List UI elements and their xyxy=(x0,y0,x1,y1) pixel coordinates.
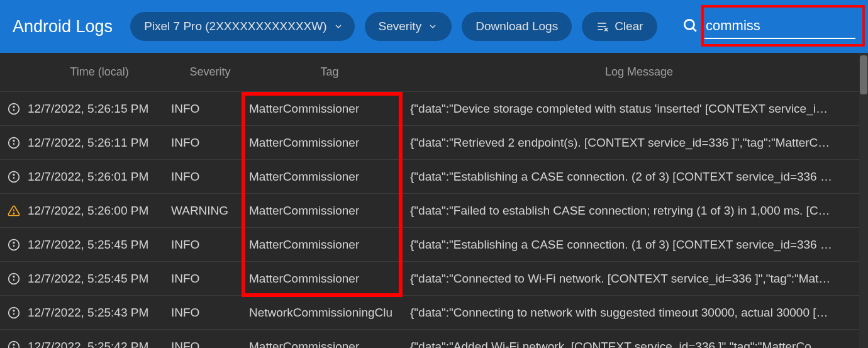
info-icon xyxy=(0,272,28,285)
cell-severity: INFO xyxy=(171,340,249,349)
warning-icon xyxy=(0,205,28,217)
cell-tag: MatterCommissioner xyxy=(249,238,410,252)
svg-point-23 xyxy=(13,276,14,277)
svg-point-17 xyxy=(13,213,14,214)
cell-severity: WARNING xyxy=(171,204,249,218)
col-header-time[interactable]: Time (local) xyxy=(28,65,171,79)
chevron-down-icon xyxy=(428,21,438,31)
col-header-tag[interactable]: Tag xyxy=(249,65,410,79)
table-row[interactable]: 12/7/2022, 5:26:00 PM WARNING MatterComm… xyxy=(0,194,868,228)
svg-point-5 xyxy=(684,20,694,29)
svg-point-9 xyxy=(13,106,14,107)
cell-tag: MatterCommissioner xyxy=(249,102,410,116)
table-header: Time (local) Severity Tag Log Message xyxy=(0,53,868,92)
cell-time: 12/7/2022, 5:25:43 PM xyxy=(28,306,171,320)
info-icon xyxy=(0,103,28,115)
cell-severity: INFO xyxy=(171,170,249,184)
cell-time: 12/7/2022, 5:26:15 PM xyxy=(28,102,171,116)
cell-time: 12/7/2022, 5:26:01 PM xyxy=(28,170,171,184)
info-icon xyxy=(0,137,28,149)
col-header-message[interactable]: Log Message xyxy=(410,65,868,79)
cell-time: 12/7/2022, 5:25:42 PM xyxy=(28,340,171,349)
cell-tag: NetworkCommissioningClu xyxy=(249,306,410,320)
cell-severity: INFO xyxy=(171,136,249,150)
vertical-scrollbar[interactable] xyxy=(859,53,868,348)
cell-tag: MatterCommissioner xyxy=(249,136,410,150)
page-title: Android Logs xyxy=(13,17,113,36)
table-row[interactable]: 12/7/2022, 5:26:15 PM INFO MatterCommiss… xyxy=(0,92,868,126)
cell-message: {"data":"Device storage completed with s… xyxy=(410,102,868,116)
cell-severity: INFO xyxy=(171,272,249,286)
table-row[interactable]: 12/7/2022, 5:26:11 PM INFO MatterCommiss… xyxy=(0,126,868,160)
cell-message: {"data":"Establishing a CASE connection.… xyxy=(410,238,868,252)
download-logs-label: Download Logs xyxy=(476,20,558,33)
device-label: Pixel 7 Pro (2XXXXXXXXXXXXW) xyxy=(144,20,326,33)
info-icon xyxy=(0,306,28,319)
table-body: 12/7/2022, 5:26:15 PM INFO MatterCommiss… xyxy=(0,92,868,348)
severity-filter-label: Severity xyxy=(379,20,422,33)
cell-message: {"data":"Retrieved 2 endpoint(s). [CONTE… xyxy=(410,136,868,150)
cell-severity: INFO xyxy=(171,238,249,252)
cell-tag: MatterCommissioner xyxy=(249,204,410,218)
info-icon xyxy=(0,239,28,251)
svg-point-26 xyxy=(13,310,14,311)
svg-point-15 xyxy=(13,174,14,175)
svg-line-6 xyxy=(693,28,696,31)
table-row[interactable]: 12/7/2022, 5:25:42 PM INFO MatterCommiss… xyxy=(0,330,868,348)
chevron-down-icon xyxy=(333,21,343,31)
cell-time: 12/7/2022, 5:26:11 PM xyxy=(28,136,171,150)
cell-message: {"data":"Failed to establish CASE connec… xyxy=(410,204,868,218)
cell-tag: MatterCommissioner xyxy=(249,272,410,286)
download-logs-button[interactable]: Download Logs xyxy=(462,12,572,41)
table-row[interactable]: 12/7/2022, 5:25:45 PM INFO MatterCommiss… xyxy=(0,262,868,296)
cell-message: {"data":"Added Wi-Fi network. [CONTEXT s… xyxy=(410,340,868,349)
device-selector[interactable]: Pixel 7 Pro (2XXXXXXXXXXXXW) xyxy=(130,12,354,41)
cell-message: {"data":"Connected to Wi-Fi network. [CO… xyxy=(410,272,868,286)
severity-filter[interactable]: Severity xyxy=(365,12,452,41)
svg-point-12 xyxy=(13,140,14,141)
cell-message: {"data":"Connecting to network with sugg… xyxy=(410,306,868,320)
svg-point-29 xyxy=(13,344,14,345)
search-icon xyxy=(682,17,698,36)
search-container xyxy=(682,14,855,39)
cell-time: 12/7/2022, 5:26:00 PM xyxy=(28,204,171,218)
info-icon xyxy=(0,340,28,349)
cell-time: 12/7/2022, 5:25:45 PM xyxy=(28,238,171,252)
cell-time: 12/7/2022, 5:25:45 PM xyxy=(28,272,171,286)
search-input[interactable] xyxy=(704,14,855,39)
cell-tag: MatterCommissioner xyxy=(249,340,410,349)
svg-point-20 xyxy=(13,242,14,243)
clear-list-icon xyxy=(596,20,608,33)
col-header-severity[interactable]: Severity xyxy=(171,65,249,79)
cell-severity: INFO xyxy=(171,102,249,116)
clear-label: Clear xyxy=(615,20,643,33)
table-row[interactable]: 12/7/2022, 5:25:43 PM INFO NetworkCommis… xyxy=(0,296,868,330)
cell-severity: INFO xyxy=(171,306,249,320)
info-icon xyxy=(0,171,28,183)
clear-button[interactable]: Clear xyxy=(582,12,657,41)
toolbar: Android Logs Pixel 7 Pro (2XXXXXXXXXXXXW… xyxy=(0,0,868,53)
cell-message: {"data":"Establishing a CASE connection.… xyxy=(410,170,868,184)
cell-tag: MatterCommissioner xyxy=(249,170,410,184)
table-row[interactable]: 12/7/2022, 5:26:01 PM INFO MatterCommiss… xyxy=(0,160,868,194)
scrollbar-thumb[interactable] xyxy=(860,55,867,94)
table-row[interactable]: 12/7/2022, 5:25:45 PM INFO MatterCommiss… xyxy=(0,228,868,262)
